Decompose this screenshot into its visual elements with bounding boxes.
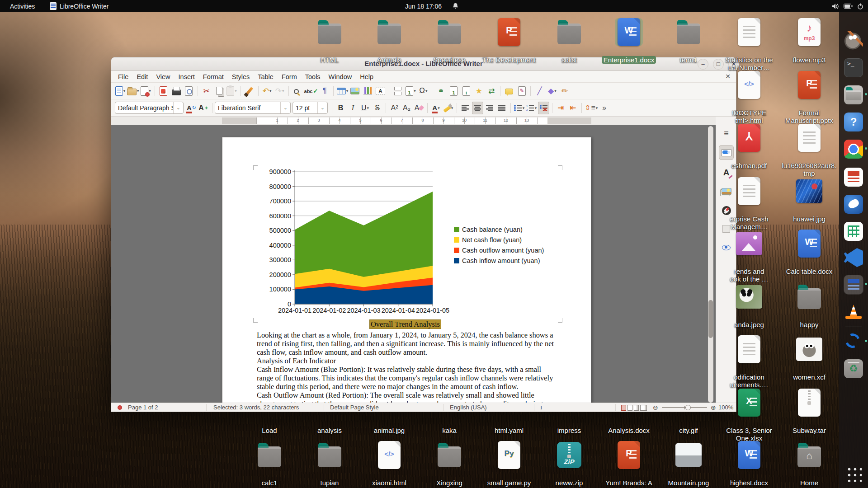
file-icon: X — [735, 389, 763, 417]
file-icon — [435, 18, 463, 46]
file-icon — [735, 335, 763, 363]
desktop-icon-term1[interactable]: term1 — [659, 18, 718, 64]
dock-item-thunderbird-icon[interactable] — [843, 194, 864, 215]
file-icon — [735, 177, 763, 205]
file-icon — [795, 124, 823, 152]
desktop-icon-women-xcf[interactable]: women.xcf — [779, 335, 839, 381]
file-label: erprise Cash Managem… — [728, 215, 770, 231]
desktop-icon-rends-and[interactable]: rends and ook of the … — [719, 230, 779, 283]
running-indicator — [865, 340, 867, 342]
desktop-icons-layer: HTMLAnimalsSpeedtesePThe Developmentsoli… — [0, 0, 868, 488]
file-label: eshman.pdf — [730, 162, 769, 169]
desktop-icon-erprise-cash[interactable]: erprise Cash Managem… — [719, 177, 779, 231]
dock-item-updater-icon[interactable] — [843, 331, 864, 352]
dock-item-calc-icon[interactable] — [843, 221, 864, 242]
desktop-icon-small-game-py[interactable]: Pysmall game.py — [479, 441, 539, 487]
desktop-icon-statistics-on-the[interactable]: Statistics on the ual Number… — [719, 18, 779, 72]
desktop-icon-tupian[interactable]: tupian — [300, 441, 359, 487]
system-status-area[interactable] — [832, 0, 863, 12]
desktop-icon-eshman-pdf[interactable]: ⅄eshman.pdf — [719, 124, 779, 170]
desktop-icon-html[interactable]: HTML — [300, 18, 359, 64]
desktop-icon-formal[interactable]: PFormal Manuscript.pptx — [779, 71, 839, 125]
file-icon: W — [735, 441, 763, 469]
dock-item-writer-icon[interactable] — [843, 274, 864, 295]
file-label: huawei.jpg — [791, 215, 827, 223]
file-icon — [435, 441, 463, 469]
screen: Enterprise1.docx - LibreOffice Writer – … — [0, 0, 868, 488]
dock-item-vlc-icon[interactable] — [843, 301, 864, 322]
dock-item-gimp-icon[interactable] — [843, 30, 864, 51]
desktop-icon-anda-jpeg[interactable]: anda.jpeg — [719, 283, 779, 329]
file-label: Yum! Brands: A Global Food Po… — [600, 479, 657, 488]
desktop-icon-animal-jpg[interactable]: animal.jpg — [359, 389, 419, 435]
desktop-icon-html-yaml[interactable]: html.yaml — [479, 389, 539, 435]
desktop-icon-home[interactable]: ⌂Home — [779, 441, 839, 487]
show-applications-icon[interactable] — [845, 465, 862, 482]
file-label: women.xcf — [791, 373, 827, 381]
desktop-icon-analysis-docx[interactable]: Analysis.docx — [599, 389, 659, 435]
desktop-icon-analysis[interactable]: analysis — [300, 389, 359, 435]
dock-item-help-icon[interactable]: ? — [843, 112, 864, 132]
clock[interactable]: Jun 18 17:06 — [405, 0, 442, 12]
file-label: Statistics on the ual Number… — [723, 56, 775, 72]
file-label: The Development — [481, 56, 538, 64]
desktop-icon-flower-mp3[interactable]: ♪mp3flower.mp3 — [779, 18, 839, 64]
dock-item-impress-icon[interactable] — [843, 167, 864, 188]
desktop-icon-highest-docx[interactable]: Whighest.docx — [719, 441, 779, 487]
file-icon: </> — [375, 441, 403, 469]
focused-app-indicator[interactable]: LibreOffice Writer — [50, 0, 108, 12]
file-icon: ZiP — [555, 441, 583, 469]
file-label: !DOCTYPE tml>.html — [730, 109, 769, 125]
desktop-icon-odification[interactable]: odification uirements.… — [719, 335, 779, 389]
file-icon — [795, 335, 823, 363]
file-label: Analysis.docx — [606, 427, 651, 434]
dock-item-trash-icon[interactable]: ♻ — [843, 358, 864, 379]
desktop-icon-speedtese[interactable]: Speedtese — [420, 18, 479, 64]
desktop-icon-class-3-senior[interactable]: XClass 3, Senior One.xlsx — [719, 389, 779, 442]
notification-bell-icon[interactable] — [452, 0, 459, 12]
desktop-icon-calc1[interactable]: calc1 — [240, 441, 299, 487]
file-label: happy — [798, 321, 821, 328]
desktop-icon-xingxing[interactable]: Xingxing — [420, 441, 479, 487]
desktop-icon-subway-tar[interactable]: Subway.tar — [779, 389, 839, 435]
running-indicator — [865, 283, 867, 285]
desktop-icon-kaka[interactable]: kaka — [420, 389, 479, 435]
file-label: calc1 — [259, 479, 279, 487]
dock-item-vscode-icon[interactable] — [843, 247, 864, 268]
desktop-icon-load[interactable]: Load — [240, 389, 299, 435]
desktop-icon-xiaomi-html[interactable]: </>xiaomi.html — [359, 441, 419, 487]
desktop-icon-animals[interactable]: Animals — [359, 18, 419, 64]
file-icon: ⌂ — [795, 441, 823, 469]
desktop-icon-yum-brands-a[interactable]: PYum! Brands: A Global Food Po… — [599, 441, 659, 488]
file-icon: ♪mp3 — [795, 18, 823, 46]
file-label: Enterprise1.docx — [602, 56, 656, 64]
top-bar: Activities LibreOffice Writer Jun 18 17:… — [0, 0, 868, 12]
desktop-icon-calc-table-docx[interactable]: WCalc table.docx — [779, 230, 839, 276]
desktop-icon-city-gif[interactable]: city.gif — [659, 389, 718, 435]
desktop-icon-mountain-png[interactable]: Mountain.png — [659, 441, 718, 487]
file-label: tupian — [319, 479, 341, 487]
power-icon — [857, 3, 863, 9]
file-label: highest.docx — [728, 479, 770, 487]
activities-button[interactable]: Activities — [6, 0, 38, 12]
file-label: Formal Manuscript.pptx — [783, 109, 835, 125]
desktop-icon-huawei-jpg[interactable]: huawei.jpg — [779, 177, 839, 223]
dock-item-files-icon[interactable] — [843, 84, 864, 105]
desktop-icon-neww-zip[interactable]: ZiPneww.zip — [539, 441, 599, 487]
desktop-icon--doctype[interactable]: </>!DOCTYPE tml>.html — [719, 71, 779, 125]
file-icon — [735, 18, 763, 46]
desktop-icon-solist[interactable]: solist — [539, 18, 599, 64]
dock-item-terminal-icon[interactable]: >_ — [843, 57, 864, 78]
dock-item-chrome-icon[interactable] — [843, 139, 864, 160]
file-icon — [795, 177, 823, 205]
file-icon — [675, 18, 703, 46]
desktop-icon-enterprise1-docx[interactable]: WEnterprise1.docx — [599, 18, 659, 64]
file-label: html.yaml — [493, 427, 525, 434]
desktop-icon-lu169026082aur8-[interactable]: lu169026082aur8. tmp — [779, 124, 839, 178]
file-icon: P — [495, 18, 523, 46]
desktop-icon-happy[interactable]: happy — [779, 283, 839, 329]
file-label: Load — [260, 427, 278, 434]
desktop-icon-impress[interactable]: impress — [539, 389, 599, 435]
file-label: anda.jpeg — [732, 321, 766, 328]
desktop-icon-the-development[interactable]: PThe Development — [479, 18, 539, 64]
